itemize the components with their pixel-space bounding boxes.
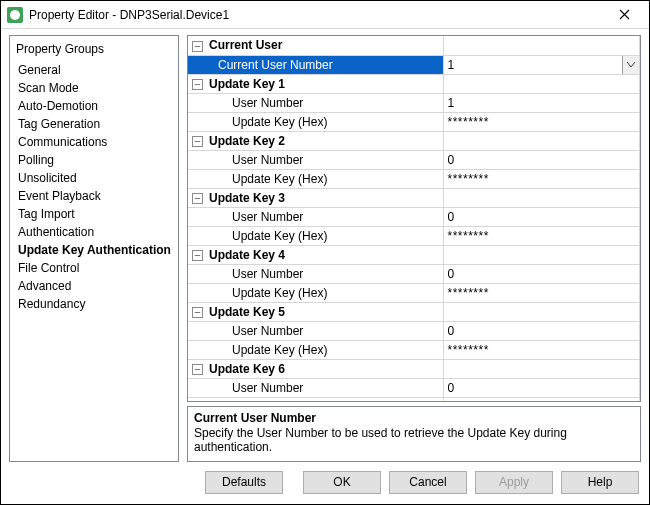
sidebar-item-file-control[interactable]: File Control (16, 260, 172, 278)
collapse-icon[interactable]: − (192, 364, 203, 375)
sidebar-item-tag-generation[interactable]: Tag Generation (16, 116, 172, 134)
property-label: User Number (188, 321, 443, 340)
collapse-icon[interactable]: − (192, 307, 203, 318)
property-label: Update Key (Hex) (188, 283, 443, 302)
group-label: Update Key 4 (209, 248, 285, 262)
collapse-icon[interactable]: − (192, 193, 203, 204)
sidebar-item-scan-mode[interactable]: Scan Mode (16, 80, 172, 98)
group-update-key-6[interactable]: −Update Key 6 (188, 359, 640, 378)
sidebar-item-auto-demotion[interactable]: Auto-Demotion (16, 98, 172, 116)
ok-button[interactable]: OK (303, 471, 381, 494)
group-update-key-3[interactable]: −Update Key 3 (188, 188, 640, 207)
property-value[interactable]: ******** (448, 400, 489, 402)
property-label: User Number (188, 207, 443, 226)
property-label: Update Key (Hex) (188, 226, 443, 245)
sidebar-item-event-playback[interactable]: Event Playback (16, 188, 172, 206)
property-label: Update Key (Hex) (188, 397, 443, 401)
property-value[interactable]: 1 (448, 58, 455, 72)
property-value[interactable]: 0 (443, 264, 640, 283)
dialog-body: Property Groups General Scan Mode Auto-D… (1, 29, 649, 464)
row-user-number-2[interactable]: User Number 0 (188, 150, 640, 169)
collapse-icon[interactable]: − (192, 79, 203, 90)
group-label: Update Key 6 (209, 362, 285, 376)
row-update-key-4[interactable]: Update Key (Hex) ******** (188, 283, 640, 302)
group-update-key-2[interactable]: −Update Key 2 (188, 131, 640, 150)
sidebar-item-polling[interactable]: Polling (16, 152, 172, 170)
defaults-button[interactable]: Defaults (205, 471, 283, 494)
property-label: User Number (188, 93, 443, 112)
property-value[interactable]: ******** (448, 286, 489, 300)
sidebar-item-authentication[interactable]: Authentication (16, 224, 172, 242)
group-label: Update Key 2 (209, 134, 285, 148)
row-user-number-5[interactable]: User Number 0 (188, 321, 640, 340)
sidebar-item-update-key-authentication[interactable]: Update Key Authentication (16, 242, 172, 260)
property-label: Update Key (Hex) (188, 169, 443, 188)
main-panel: −Current User Current User Number 1 (187, 35, 641, 462)
property-value[interactable]: 0 (443, 150, 640, 169)
description-title: Current User Number (194, 411, 634, 425)
row-update-key-1[interactable]: Update Key (Hex) ******** (188, 112, 640, 131)
help-button[interactable]: Help (561, 471, 639, 494)
sidebar-item-general[interactable]: General (16, 62, 172, 80)
group-update-key-4[interactable]: −Update Key 4 (188, 245, 640, 264)
property-value[interactable]: ******** (448, 343, 489, 357)
sidebar-item-unsolicited[interactable]: Unsolicited (16, 170, 172, 188)
row-update-key-2[interactable]: Update Key (Hex) ******** (188, 169, 640, 188)
group-label: Current User (209, 38, 282, 52)
group-update-key-1[interactable]: −Update Key 1 (188, 74, 640, 93)
row-update-key-5[interactable]: Update Key (Hex) ******** (188, 340, 640, 359)
dialog-footer: Defaults OK Cancel Apply Help (1, 464, 649, 504)
row-update-key-6[interactable]: Update Key (Hex) ******** (188, 397, 640, 401)
collapse-icon[interactable]: − (192, 41, 203, 52)
row-current-user-number[interactable]: Current User Number 1 (188, 55, 640, 74)
property-value[interactable]: ******** (448, 115, 489, 129)
group-label: Update Key 3 (209, 191, 285, 205)
property-value[interactable]: 0 (443, 207, 640, 226)
collapse-icon[interactable]: − (192, 136, 203, 147)
property-value[interactable]: 0 (443, 321, 640, 340)
sidebar-header: Property Groups (16, 40, 172, 58)
row-user-number-6[interactable]: User Number 0 (188, 378, 640, 397)
property-grid: −Current User Current User Number 1 (187, 35, 641, 402)
value-dropdown-button[interactable] (622, 56, 639, 74)
property-value[interactable]: 1 (443, 93, 640, 112)
sidebar-item-communications[interactable]: Communications (16, 134, 172, 152)
row-update-key-3[interactable]: Update Key (Hex) ******** (188, 226, 640, 245)
collapse-icon[interactable]: − (192, 250, 203, 261)
property-label: Update Key (Hex) (188, 112, 443, 131)
row-user-number-1[interactable]: User Number 1 (188, 93, 640, 112)
description-panel: Current User Number Specify the User Num… (187, 406, 641, 462)
group-label: Update Key 5 (209, 305, 285, 319)
cancel-button[interactable]: Cancel (389, 471, 467, 494)
property-label: Current User Number (188, 55, 443, 74)
description-text: Specify the User Number to be used to re… (194, 426, 634, 455)
property-label: User Number (188, 150, 443, 169)
property-label: Update Key (Hex) (188, 340, 443, 359)
row-user-number-3[interactable]: User Number 0 (188, 207, 640, 226)
property-value[interactable]: 0 (443, 378, 640, 397)
property-label: User Number (188, 378, 443, 397)
group-current-user[interactable]: −Current User (188, 36, 640, 55)
row-user-number-4[interactable]: User Number 0 (188, 264, 640, 283)
chevron-down-icon (627, 62, 635, 68)
sidebar-item-advanced[interactable]: Advanced (16, 278, 172, 296)
apply-button[interactable]: Apply (475, 471, 553, 494)
titlebar: Property Editor - DNP3Serial.Device1 (1, 1, 649, 29)
sidebar-item-redundancy[interactable]: Redundancy (16, 296, 172, 314)
window-title: Property Editor - DNP3Serial.Device1 (29, 8, 605, 22)
property-value[interactable]: ******** (448, 172, 489, 186)
property-grid-scroll[interactable]: −Current User Current User Number 1 (188, 36, 640, 401)
property-label: User Number (188, 264, 443, 283)
property-editor-window: Property Editor - DNP3Serial.Device1 Pro… (0, 0, 650, 505)
close-button[interactable] (605, 1, 643, 28)
property-table: −Current User Current User Number 1 (188, 36, 640, 401)
property-value[interactable]: ******** (448, 229, 489, 243)
group-label: Update Key 1 (209, 77, 285, 91)
sidebar-item-tag-import[interactable]: Tag Import (16, 206, 172, 224)
app-icon (7, 7, 23, 23)
close-icon (619, 9, 630, 20)
group-update-key-5[interactable]: −Update Key 5 (188, 302, 640, 321)
property-groups-sidebar: Property Groups General Scan Mode Auto-D… (9, 35, 179, 462)
